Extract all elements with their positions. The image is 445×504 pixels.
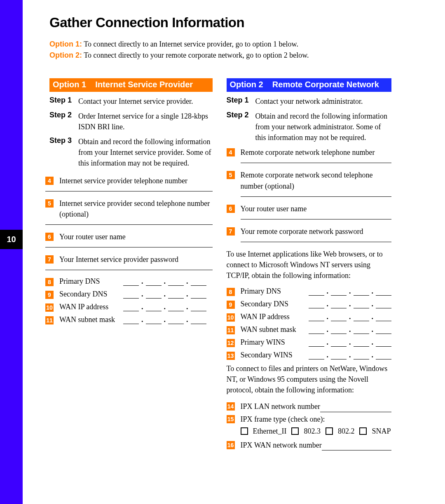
num-11-icon: 11 xyxy=(45,316,54,324)
num-15-icon: 15 xyxy=(227,415,235,423)
num-7-icon: 7 xyxy=(45,255,54,264)
col2-item16-text: IPX WAN network number xyxy=(241,440,322,450)
col1-step1: Step 1 Contact your Internet service pro… xyxy=(49,96,213,107)
col1-item-4: 4 Internet service provider telephone nu… xyxy=(45,175,213,186)
blank-line[interactable] xyxy=(241,219,392,219)
page-title: Gather Connection Information xyxy=(49,15,391,30)
col1-item-5: 5 Internet service provider second telep… xyxy=(45,198,213,219)
num-6-icon: 6 xyxy=(45,233,54,241)
col2-step2-label: Step 2 xyxy=(227,111,255,143)
col2-item11-text: WAN subnet mask xyxy=(241,325,309,334)
page-stripe xyxy=(0,0,23,504)
col1-item-11: 11 WAN subnet mask ... xyxy=(45,315,213,324)
col1-item8-text: Primary DNS xyxy=(59,277,123,286)
intro-option-1: Option 1: To connect directly to an Inte… xyxy=(49,39,391,50)
col2-item-14: 14 IPX LAN network number xyxy=(227,401,392,412)
ip-blank[interactable]: ... xyxy=(309,287,392,296)
intro-opt2-text: To connect directly to your remote corpo… xyxy=(84,51,309,59)
blank-line[interactable] xyxy=(241,196,392,197)
col1-item-7: 7 Your Internet service provider passwor… xyxy=(45,254,213,265)
blank-line[interactable] xyxy=(322,444,391,450)
ipx-frame-options: Ethernet_II 802.3 802.2 SNAP xyxy=(241,427,392,436)
col1-step3-label: Step 3 xyxy=(49,136,78,168)
blank-line[interactable] xyxy=(45,191,213,191)
col2-item-15: 15 IPX frame type (check one): xyxy=(227,414,392,425)
blank-line[interactable] xyxy=(45,247,213,247)
col1-item-6: 6 Your router user name xyxy=(45,231,213,242)
ip-blank[interactable]: ... xyxy=(309,338,392,347)
col1-item5-text: Internet service provider second telepho… xyxy=(59,198,213,219)
col1-header-opt: Option 1 xyxy=(53,80,86,89)
col2-item-4: 4 Remote corporate network telephone num… xyxy=(227,147,392,158)
checkbox-8023-label: 802.3 xyxy=(304,427,321,436)
checkbox-snap-label: SNAP xyxy=(372,427,391,436)
blank-line[interactable] xyxy=(241,163,392,163)
col2-item7-text: Your remote corporate network password xyxy=(241,226,392,237)
col1-header: Option 1 Internet Service Provider xyxy=(49,78,213,92)
ip-blank[interactable]: ... xyxy=(309,300,392,308)
col1-item7-text: Your Internet service provider password xyxy=(59,254,213,265)
page-content: Gather Connection Information Option 1: … xyxy=(49,15,391,452)
col1-item9-text: Secondary DNS xyxy=(59,290,123,299)
col2-item-13: 13 Secondary WINS ... xyxy=(227,350,392,360)
column-isp: Option 1 Internet Service Provider Step … xyxy=(49,78,213,328)
col2-item-7: 7 Your remote corporate network password xyxy=(227,226,392,237)
col2-item-16: 16 IPX WAN network number xyxy=(227,440,392,450)
col1-step1-label: Step 1 xyxy=(49,96,78,107)
num-10-icon: 10 xyxy=(227,313,235,322)
column-remote: Option 2 Remote Corporate Network Step 1… xyxy=(227,78,392,452)
num-5-icon: 5 xyxy=(227,171,235,179)
col1-item11-text: WAN subnet mask xyxy=(59,315,123,324)
blank-line[interactable] xyxy=(45,224,213,225)
col2-item-10: 10 WAN IP address ... xyxy=(227,312,392,322)
ip-blank[interactable]: ... xyxy=(309,313,392,321)
ip-blank[interactable]: ... xyxy=(123,290,206,299)
checkbox-8022-label: 802.2 xyxy=(338,427,355,436)
col2-item13-text: Secondary WINS xyxy=(241,351,309,359)
num-8-icon: 8 xyxy=(227,288,235,296)
col1-item4-text: Internet service provider telephone numb… xyxy=(59,175,213,186)
ip-blank[interactable]: ... xyxy=(309,351,392,359)
col2-item9-text: Secondary DNS xyxy=(241,300,309,308)
blank-line[interactable] xyxy=(320,406,391,412)
col2-item10-text: WAN IP address xyxy=(241,313,309,321)
checkbox-8023[interactable] xyxy=(291,427,299,435)
col1-header-title: Internet Service Provider xyxy=(95,80,193,89)
col2-item-12: 12 Primary WINS ... xyxy=(227,338,392,347)
num-13-icon: 13 xyxy=(227,352,235,360)
col1-item-9: 9 Secondary DNS ... xyxy=(45,289,213,299)
col1-step2: Step 2 Order Internet service for a sing… xyxy=(49,111,213,132)
blank-line[interactable] xyxy=(45,270,213,270)
blank-line[interactable] xyxy=(241,242,392,242)
intro-option-2: Option 2: To connect directly to your re… xyxy=(49,50,391,61)
col2-item-5: 5 Remote corporate network second teleph… xyxy=(227,170,392,191)
num-8-icon: 8 xyxy=(45,278,54,286)
intro-opt1-text: To connect directly to an Internet servi… xyxy=(84,40,298,48)
col1-item-8: 8 Primary DNS ... xyxy=(45,277,213,286)
col1-step3-text: Obtain and record the following informat… xyxy=(78,136,213,168)
checkbox-8022[interactable] xyxy=(326,427,333,435)
ip-blank[interactable]: ... xyxy=(309,325,392,334)
col2-item12-text: Primary WINS xyxy=(241,338,309,347)
ip-blank[interactable]: ... xyxy=(123,315,206,324)
col2-item-6: 6 Your router user name xyxy=(227,203,392,214)
col2-item-11: 11 WAN subnet mask ... xyxy=(227,325,392,334)
col2-tcpip-para: To use Internet applications like Web br… xyxy=(227,249,392,281)
num-9-icon: 9 xyxy=(227,301,235,309)
col1-item6-text: Your router user name xyxy=(59,231,213,242)
num-16-icon: 16 xyxy=(227,441,235,449)
checkbox-ethernet-ii[interactable] xyxy=(241,427,248,435)
col2-step1-label: Step 1 xyxy=(227,96,255,107)
col2-item15-text: IPX frame type (check one): xyxy=(241,414,392,425)
col2-step2: Step 2 Obtain and record the following i… xyxy=(227,111,392,143)
col2-item-9: 9 Secondary DNS ... xyxy=(227,299,392,309)
checkbox-snap[interactable] xyxy=(359,427,367,435)
ip-blank[interactable]: ... xyxy=(123,303,206,311)
col2-step2-text: Obtain and record the following informat… xyxy=(255,111,392,143)
intro-opt2-label: Option 2: xyxy=(49,51,82,59)
num-4-icon: 4 xyxy=(45,177,54,185)
num-7-icon: 7 xyxy=(227,227,235,236)
ip-blank[interactable]: ... xyxy=(123,277,206,286)
intro-opt1-label: Option 1: xyxy=(49,40,82,48)
checkbox-ethernet-ii-label: Ethernet_II xyxy=(253,427,287,436)
